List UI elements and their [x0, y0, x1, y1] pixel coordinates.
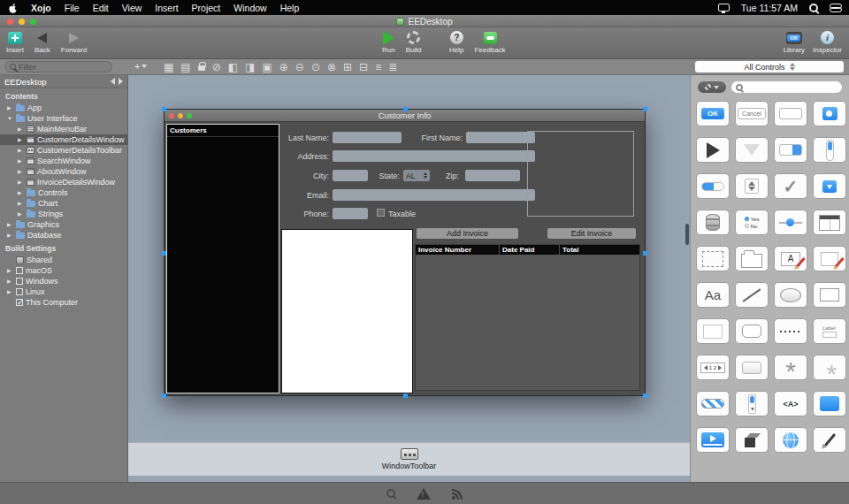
library-item-group-box[interactable]	[696, 246, 730, 271]
filter-input[interactable]	[19, 63, 122, 72]
align-cross-icon[interactable]: ⊗	[327, 61, 336, 73]
library-item-pen[interactable]	[813, 427, 846, 453]
nav-item-customerdetailswindow[interactable]: CustomerDetailsWindow	[0, 134, 127, 145]
edit-invoice-button[interactable]: Edit Invoice	[547, 228, 636, 239]
align-center-icon[interactable]: ⊙	[311, 61, 320, 73]
first-name-label[interactable]: First Name:	[405, 134, 463, 142]
library-item-segmented-control[interactable]	[813, 101, 846, 126]
menu-insert[interactable]: Insert	[155, 3, 178, 13]
row-layout-icon[interactable]: ▤	[180, 61, 190, 73]
nav-item-user-interface[interactable]: User Interface	[0, 113, 127, 124]
library-item-rectangle[interactable]	[813, 282, 846, 308]
invoices-listbox[interactable]: Invoice Number Date Paid Total	[415, 244, 640, 391]
library-item-up-down-arrows[interactable]	[735, 173, 769, 199]
status-warnings-icon[interactable]	[417, 488, 431, 500]
library-item-page-panel[interactable]: 1 2	[696, 355, 730, 380]
library-item-progress-bar[interactable]	[696, 391, 730, 416]
add-invoice-button[interactable]: Add Invoice	[417, 228, 518, 239]
address-field[interactable]	[333, 150, 535, 162]
notes-canvas[interactable]	[281, 229, 413, 393]
resize-handle[interactable]	[162, 251, 166, 256]
nav-item-strings[interactable]: Strings	[0, 209, 127, 219]
back-button[interactable]: Back	[34, 30, 50, 54]
library-item-scrollbar[interactable]	[735, 391, 769, 416]
first-name-field[interactable]	[466, 132, 535, 143]
status-feed-icon[interactable]	[452, 488, 463, 500]
taxable-checkbox[interactable]	[377, 209, 385, 217]
library-item-separator[interactable]	[774, 318, 807, 344]
nav-item-searchwindow[interactable]: SearchWindow	[0, 156, 127, 166]
state-label[interactable]: State:	[366, 172, 400, 180]
editor-scrollbar[interactable]	[685, 224, 689, 245]
resize-handle[interactable]	[162, 393, 166, 398]
help-button[interactable]: ? Help	[449, 30, 463, 54]
nav-item-chart[interactable]: Chart	[0, 198, 127, 209]
menu-view[interactable]: View	[122, 3, 142, 13]
resize-handle[interactable]	[403, 393, 408, 398]
display-icon[interactable]	[718, 4, 730, 11]
library-item-default-button[interactable]	[774, 101, 807, 126]
distribute-v-icon[interactable]: ⊟	[359, 61, 368, 73]
design-window-titlebar[interactable]: Customer Info	[164, 110, 645, 122]
nav-item-mainmenubar[interactable]: MainMenuBar	[0, 124, 127, 134]
last-name-field[interactable]	[333, 132, 402, 143]
menu-window[interactable]: Window	[233, 3, 266, 13]
library-item-check-box[interactable]	[774, 173, 807, 199]
state-popup[interactable]: AL	[403, 170, 430, 181]
library-item-database-query[interactable]	[696, 210, 730, 235]
this-computer-checkbox[interactable]	[16, 299, 23, 306]
taxable-label[interactable]: Taxable	[388, 210, 432, 218]
library-item-image-well[interactable]	[813, 391, 846, 416]
window-toolbar-icon[interactable]	[401, 448, 418, 460]
detail-view-icon[interactable]: ≣	[388, 61, 397, 73]
library-item-push-button[interactable]: OK	[696, 101, 730, 126]
nav-item-aboutwindow[interactable]: AboutWindow	[0, 166, 127, 177]
library-item-line[interactable]	[735, 282, 769, 308]
navigator-header[interactable]: EEDesktop	[0, 75, 127, 88]
list-view-icon[interactable]: ≡	[375, 61, 381, 73]
email-field[interactable]	[333, 189, 535, 201]
pane-full-icon[interactable]: ▣	[262, 61, 272, 73]
address-label[interactable]: Address:	[271, 152, 329, 161]
app-titlebar[interactable]: EEDesktop	[0, 15, 849, 27]
resize-handle[interactable]	[643, 251, 647, 256]
library-item-activity-indicator[interactable]	[774, 355, 807, 380]
nav-item-windows[interactable]: Windows	[0, 276, 127, 286]
email-label[interactable]: Email:	[271, 191, 329, 200]
library-item-oval[interactable]	[774, 282, 807, 308]
status-search-icon[interactable]	[386, 489, 395, 498]
library-settings-button[interactable]	[698, 81, 726, 93]
nav-item-database[interactable]: Database	[0, 230, 127, 241]
customers-listbox[interactable]: Customers	[166, 124, 279, 393]
spotlight-search-icon[interactable]	[809, 4, 818, 12]
design-window[interactable]: Customer Info Customers Last Name: First…	[164, 109, 646, 396]
add-control-button[interactable]: +	[134, 61, 147, 72]
library-item-cancel-button[interactable]: Cancel	[735, 101, 769, 126]
nav-item-controls[interactable]: Controls	[0, 187, 127, 198]
phone-field[interactable]	[333, 208, 368, 219]
library-item-combo-box[interactable]	[774, 137, 807, 163]
linux-checkbox[interactable]	[16, 288, 23, 295]
nav-forward-icon[interactable]	[119, 78, 123, 85]
zip-label[interactable]: Zip:	[432, 172, 459, 180]
library-item-label[interactable]: Aa	[696, 282, 730, 308]
nav-item-invoicedetailswindow[interactable]: InvoiceDetailsWindow	[0, 177, 127, 187]
nav-item-customerdetailstoolbar[interactable]: CustomerDetailsToolbar	[0, 145, 127, 156]
last-name-label[interactable]: Last Name:	[271, 134, 329, 142]
menu-edit[interactable]: Edit	[93, 3, 109, 13]
library-item-web-connection[interactable]	[774, 427, 807, 453]
menu-help[interactable]: Help	[280, 3, 300, 13]
library-item-movie-player[interactable]	[696, 427, 730, 453]
pane-left-icon[interactable]: ◧	[228, 61, 238, 73]
library-item-vertical-scrollbar[interactable]	[813, 137, 846, 163]
distribute-h-icon[interactable]: ⊞	[343, 61, 352, 73]
resize-handle[interactable]	[403, 107, 408, 111]
library-item-canvas[interactable]	[696, 318, 730, 344]
city-field[interactable]	[333, 170, 368, 181]
library-item-tab-panel[interactable]	[735, 246, 769, 271]
nav-item-macos[interactable]: macOS	[0, 265, 127, 276]
minimize-button[interactable]	[19, 19, 25, 25]
align-add-icon[interactable]: ⊕	[279, 61, 288, 73]
apple-menu-icon[interactable]	[9, 3, 18, 13]
library-item-styled-text-editor[interactable]	[813, 246, 846, 271]
